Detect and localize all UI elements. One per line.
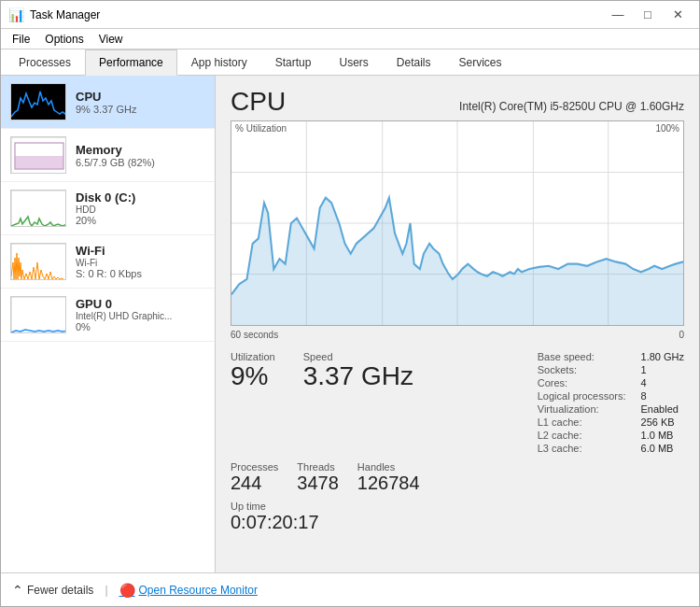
chart-y-label: % Utilization (235, 123, 287, 134)
utilization-value: 9% (231, 362, 275, 391)
base-speed-label: Base speed: (538, 351, 626, 362)
main-panel: CPU Intel(R) Core(TM) i5-8250U CPU @ 1.6… (216, 76, 699, 572)
cpu-chart-svg (231, 121, 683, 325)
tab-performance[interactable]: Performance (85, 49, 177, 76)
sidebar-item-gpu[interactable]: GPU 0 Intel(R) UHD Graphic... 0% (1, 289, 215, 342)
chart-footer: 60 seconds 0 (231, 330, 684, 340)
cpu-panel-title: CPU (231, 87, 286, 117)
sockets-value: 1 (641, 364, 684, 375)
info-grid: Base speed: 1.80 GHz Sockets: 1 Cores: 4… (538, 351, 684, 454)
sidebar: CPU 9% 3.37 GHz Memory 6.5/7.9 GB (82%) (1, 76, 216, 572)
fewer-details-label: Fewer details (27, 584, 93, 597)
fewer-details-button[interactable]: ⌃ Fewer details (12, 583, 93, 598)
maximize-button[interactable]: □ (634, 5, 662, 25)
sidebar-item-wifi[interactable]: Wi-Fi Wi-Fi S: 0 R: 0 Kbps (1, 235, 215, 289)
wifi-type: Wi-Fi (76, 258, 205, 268)
threads-block: Threads 3478 (297, 461, 339, 493)
gpu-sub: 0% (76, 321, 205, 332)
memory-info: Memory 6.5/7.9 GB (82%) (76, 143, 205, 168)
threads-value: 3478 (297, 473, 339, 493)
sidebar-item-memory[interactable]: Memory 6.5/7.9 GB (82%) (1, 129, 215, 182)
wifi-info: Wi-Fi Wi-Fi S: 0 R: 0 Kbps (76, 244, 205, 279)
cpu-name: CPU (76, 90, 205, 104)
tab-startup[interactable]: Startup (261, 49, 326, 76)
handles-block: Handles 126784 (357, 461, 420, 493)
gpu-info: GPU 0 Intel(R) UHD Graphic... 0% (76, 297, 205, 332)
disk-name: Disk 0 (C:) (76, 191, 205, 205)
cpu-header: CPU Intel(R) Core(TM) i5-8250U CPU @ 1.6… (231, 87, 684, 117)
l1-value: 256 KB (641, 416, 684, 428)
app-icon: 📊 (8, 7, 24, 22)
utilization-block: Utilization 9% (231, 351, 275, 454)
cpu-chart: % Utilization 100% (231, 120, 684, 326)
sidebar-item-disk[interactable]: Disk 0 (C:) HDD 20% (1, 182, 215, 235)
resource-monitor-label: Open Resource Monitor (139, 584, 258, 597)
cpu-sub: 9% 3.37 GHz (76, 104, 205, 115)
chart-x-right: 0 (679, 330, 684, 340)
title-bar-left: 📊 Task Manager (8, 7, 100, 22)
sidebar-item-cpu[interactable]: CPU 9% 3.37 GHz (1, 76, 215, 129)
wifi-sub: S: 0 R: 0 Kbps (76, 268, 205, 279)
speed-value: 3.37 GHz (303, 362, 413, 391)
gpu-model: Intel(R) UHD Graphic... (76, 311, 205, 321)
minimize-button[interactable]: — (604, 5, 632, 25)
threads-label: Threads (297, 461, 339, 473)
resource-monitor-icon: 🔴 (119, 583, 135, 598)
window-title: Task Manager (30, 8, 100, 21)
tab-processes[interactable]: Processes (5, 49, 85, 76)
virt-label: Virtualization: (538, 403, 626, 415)
memory-name: Memory (76, 143, 205, 157)
cores-label: Cores: (538, 377, 626, 388)
close-button[interactable]: ✕ (664, 5, 692, 25)
menu-bar: File Options View (1, 29, 699, 49)
virt-value: Enabled (641, 403, 684, 415)
l2-value: 1.0 MB (641, 430, 684, 441)
base-speed-value: 1.80 GHz (641, 351, 684, 362)
resource-monitor-link[interactable]: 🔴 Open Resource Monitor (119, 583, 258, 598)
tab-details[interactable]: Details (383, 49, 445, 76)
disk-thumbnail (10, 190, 66, 227)
l3-value: 6.0 MB (641, 443, 684, 454)
l2-label: L2 cache: (538, 430, 626, 441)
memory-sub: 6.5/7.9 GB (82%) (76, 157, 205, 168)
title-bar: 📊 Task Manager — □ ✕ (1, 1, 699, 29)
tab-app-history[interactable]: App history (177, 49, 261, 76)
processes-value: 244 (231, 473, 278, 493)
cpu-model-label: Intel(R) Core(TM) i5-8250U CPU @ 1.60GHz (459, 100, 684, 113)
menu-view[interactable]: View (91, 31, 131, 48)
task-manager-window: 📊 Task Manager — □ ✕ File Options View P… (0, 0, 700, 607)
bottom-bar: ⌃ Fewer details | 🔴 Open Resource Monito… (1, 572, 699, 606)
chart-y-max: 100% (655, 123, 679, 134)
title-bar-controls: — □ ✕ (604, 5, 692, 25)
content-area: CPU 9% 3.37 GHz Memory 6.5/7.9 GB (82%) (1, 76, 699, 572)
processes-block: Processes 244 (231, 461, 278, 493)
handles-value: 126784 (357, 473, 420, 493)
tab-services[interactable]: Services (445, 49, 516, 76)
disk-type: HDD (76, 205, 205, 215)
logical-value: 8 (641, 390, 684, 402)
svg-rect-6 (11, 297, 66, 333)
wifi-name: Wi-Fi (76, 244, 205, 258)
bottom-separator: | (105, 584, 107, 597)
chevron-up-icon: ⌃ (12, 583, 23, 598)
logical-label: Logical processors: (538, 390, 626, 402)
cores-value: 4 (641, 377, 684, 388)
sockets-label: Sockets: (538, 364, 626, 375)
speed-block: Speed 3.37 GHz (303, 351, 413, 454)
cpu-thumbnail (10, 83, 66, 120)
menu-file[interactable]: File (5, 31, 37, 48)
uptime-block: Up time 0:07:20:17 (231, 501, 684, 532)
handles-label: Handles (357, 461, 420, 473)
tab-bar: Processes Performance App history Startu… (1, 49, 699, 76)
disk-info: Disk 0 (C:) HDD 20% (76, 191, 205, 226)
uptime-value: 0:07:20:17 (231, 512, 684, 532)
l3-label: L3 cache: (538, 443, 626, 454)
gpu-thumbnail (10, 296, 66, 333)
wifi-thumbnail (10, 243, 66, 280)
gpu-name: GPU 0 (76, 297, 205, 311)
memory-thumbnail (10, 136, 66, 174)
menu-options[interactable]: Options (37, 31, 91, 48)
tab-users[interactable]: Users (325, 49, 382, 76)
processes-label: Processes (231, 461, 278, 473)
l1-label: L1 cache: (538, 416, 626, 428)
